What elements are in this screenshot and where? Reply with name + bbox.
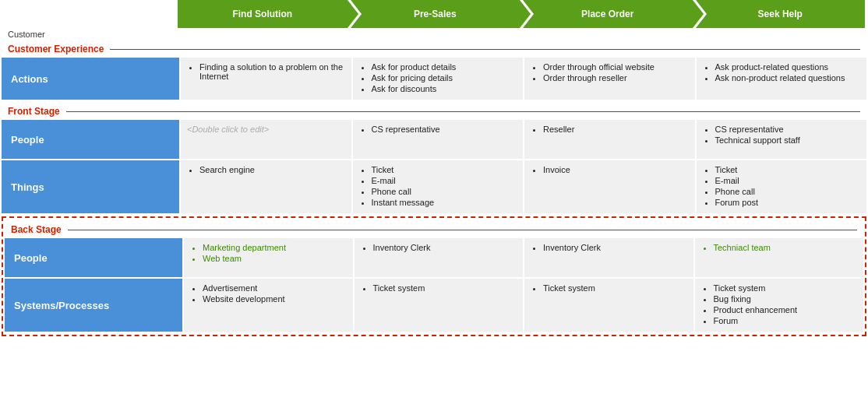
customer-experience-label: Customer Experience bbox=[2, 39, 866, 58]
list-item: Ask non-product related questions bbox=[715, 73, 861, 83]
data-cell-1[interactable]: Ask for product detailsAsk for pricing d… bbox=[353, 58, 524, 100]
list-item: Technical support staff bbox=[715, 135, 861, 145]
row-label: Things bbox=[2, 160, 179, 213]
list-item: Ticket bbox=[715, 165, 861, 174]
list-item: Ask for pricing details bbox=[372, 73, 517, 83]
list-item: Bug fixing bbox=[714, 294, 858, 304]
list-item: Marketing department bbox=[203, 243, 347, 252]
data-cell-1[interactable]: Ticket system bbox=[355, 279, 524, 332]
header-arrows: Find SolutionPre-SalesPlace OrderSeek He… bbox=[178, 0, 868, 28]
list-item: Ask for product details bbox=[372, 62, 517, 72]
row-label: People bbox=[5, 238, 182, 277]
list-item: Advertisement bbox=[203, 283, 347, 293]
customer-label: Customer bbox=[2, 28, 179, 39]
list-item: Website development bbox=[203, 294, 347, 304]
list-item: Search engine bbox=[199, 165, 345, 174]
list-item: Finding a solution to a problem on the I… bbox=[199, 62, 345, 81]
table-row: PeopleMarketing departmentWeb teamInvent… bbox=[5, 238, 863, 277]
table-row: People<Double click to edit>CS represent… bbox=[2, 120, 866, 159]
list-item: Inventory Clerk bbox=[543, 243, 687, 252]
table-row: ActionsFinding a solution to a problem o… bbox=[2, 58, 866, 100]
list-item: Web team bbox=[203, 254, 347, 263]
data-cell-2[interactable]: Order through official websiteOrder thro… bbox=[524, 58, 695, 100]
list-item: Forum post bbox=[715, 198, 861, 207]
list-item: Ask for discounts bbox=[372, 84, 517, 93]
data-cell-0[interactable]: AdvertisementWebsite development bbox=[184, 279, 353, 332]
back-stage-label: Back Stage bbox=[5, 220, 863, 238]
data-cell-0[interactable]: Finding a solution to a problem on the I… bbox=[181, 58, 351, 100]
list-item: Order through official website bbox=[543, 62, 689, 72]
back-stage-rows: PeopleMarketing departmentWeb teamInvent… bbox=[5, 238, 863, 332]
data-cell-2[interactable]: Ticket system bbox=[524, 279, 693, 332]
row-label: Systems/Processes bbox=[5, 279, 182, 332]
list-item: Ticket bbox=[372, 165, 517, 174]
list-item: Ask product-related questions bbox=[715, 62, 861, 72]
data-cell-1[interactable]: Inventory Clerk bbox=[355, 238, 524, 277]
data-cell-3[interactable]: Ticket systemBug fixingProduct enhanceme… bbox=[695, 279, 864, 332]
row-label: People bbox=[2, 120, 179, 159]
customer-experience-rows: ActionsFinding a solution to a problem o… bbox=[2, 58, 866, 100]
list-item: Instant message bbox=[372, 198, 517, 207]
list-item: E-mail bbox=[372, 176, 517, 185]
list-item: CS representative bbox=[372, 125, 517, 134]
list-item: CS representative bbox=[715, 125, 861, 134]
list-item: Invoice bbox=[543, 165, 689, 174]
data-cell-3[interactable]: TicketE-mailPhone callForum post bbox=[697, 160, 867, 213]
data-cell-1[interactable]: TicketE-mailPhone callInstant message bbox=[353, 160, 524, 213]
table-row: ThingsSearch engineTicketE-mailPhone cal… bbox=[2, 160, 866, 213]
data-cell-3[interactable]: CS representativeTechnical support staff bbox=[697, 120, 867, 159]
list-item: Phone call bbox=[715, 187, 861, 196]
data-cell-1[interactable]: CS representative bbox=[353, 120, 524, 159]
arrow-item-3: Seek Help bbox=[696, 0, 866, 28]
arrow-item-0: Find Solution bbox=[178, 0, 348, 28]
list-item: Ticket system bbox=[373, 283, 517, 293]
front-stage-section: Front Stage People<Double click to edit>… bbox=[0, 101, 868, 213]
data-cell-0[interactable]: <Double click to edit> bbox=[181, 120, 351, 159]
placeholder-text: <Double click to edit> bbox=[187, 125, 269, 134]
list-item: Ticket system bbox=[714, 283, 858, 293]
list-item: Reseller bbox=[543, 125, 689, 134]
table-row: Systems/ProcessesAdvertisementWebsite de… bbox=[5, 279, 863, 332]
row-label: Actions bbox=[2, 58, 179, 100]
data-cell-2[interactable]: Reseller bbox=[524, 120, 695, 159]
list-item: Techniacl team bbox=[714, 243, 858, 252]
list-item: Order through reseller bbox=[543, 73, 689, 83]
data-cell-2[interactable]: Invoice bbox=[524, 160, 695, 213]
list-item: E-mail bbox=[715, 176, 861, 185]
list-item: Inventory Clerk bbox=[373, 243, 517, 252]
list-item: Product enhancement bbox=[714, 305, 858, 314]
data-cell-3[interactable]: Ask product-related questionsAsk non-pro… bbox=[697, 58, 867, 100]
data-cell-3[interactable]: Techniacl team bbox=[695, 238, 864, 277]
list-item: Ticket system bbox=[543, 283, 687, 293]
back-stage-container: Back Stage PeopleMarketing departmentWeb… bbox=[2, 216, 866, 336]
front-stage-rows: People<Double click to edit>CS represent… bbox=[2, 120, 866, 213]
list-item: Phone call bbox=[372, 187, 517, 196]
arrow-item-2: Place Order bbox=[523, 0, 693, 28]
customer-experience-section: Customer Experience ActionsFinding a sol… bbox=[0, 39, 868, 100]
list-item: Forum bbox=[714, 316, 858, 325]
data-cell-0[interactable]: Search engine bbox=[181, 160, 351, 213]
data-cell-0[interactable]: Marketing departmentWeb team bbox=[184, 238, 353, 277]
arrow-item-1: Pre-Sales bbox=[351, 0, 520, 28]
data-cell-2[interactable]: Inventory Clerk bbox=[524, 238, 693, 277]
front-stage-label: Front Stage bbox=[2, 101, 866, 120]
